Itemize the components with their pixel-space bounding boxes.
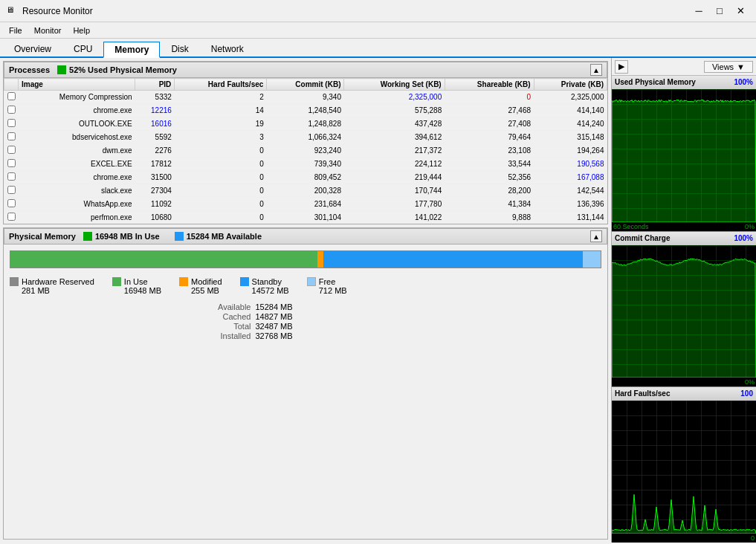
table-row[interactable]: bdservicehost.exe 5592 3 1,066,324 394,6… bbox=[4, 131, 607, 144]
menu-bar: File Monitor Help bbox=[0, 22, 756, 39]
installed-value: 32768 MB bbox=[255, 331, 292, 340]
cached-value: 14827 MB bbox=[255, 312, 292, 321]
maximize-button[interactable]: □ bbox=[710, 4, 729, 19]
row-working-set: 177,780 bbox=[344, 198, 445, 211]
table-row[interactable]: OUTLOOK.EXE 16016 19 1,248,828 437,428 2… bbox=[4, 117, 607, 131]
graph2-pct: 100% bbox=[734, 234, 753, 242]
tab-memory[interactable]: Memory bbox=[103, 42, 160, 58]
tab-overview[interactable]: Overview bbox=[3, 40, 62, 56]
graph-commit-charge: Commit Charge 100% 0% bbox=[612, 232, 756, 388]
graphs-container: Used Physical Memory 100% 60 Seconds 0% … bbox=[612, 76, 756, 543]
graph2-bottom-right: 0% bbox=[745, 378, 755, 386]
col-hard-faults[interactable]: Hard Faults/sec bbox=[175, 79, 267, 91]
table-row[interactable]: Memory Compression 5332 2 9,340 2,325,00… bbox=[4, 91, 607, 104]
app-icon: 🖥 bbox=[6, 5, 18, 17]
row-commit: 200,328 bbox=[267, 184, 344, 198]
graph1-pct: 100% bbox=[734, 78, 753, 86]
standby-color bbox=[240, 277, 249, 286]
menu-monitor[interactable]: Monitor bbox=[28, 25, 68, 36]
row-private: 190,568 bbox=[534, 158, 607, 171]
row-checkbox[interactable] bbox=[7, 186, 16, 194]
tab-cpu[interactable]: CPU bbox=[62, 40, 103, 56]
processes-table-container[interactable]: Image PID Hard Faults/sec Commit (KB) Wo… bbox=[4, 78, 607, 224]
available-label: Available bbox=[218, 302, 251, 311]
green-dot-icon bbox=[57, 65, 66, 74]
processes-header: Processes 52% Used Physical Memory ▲ bbox=[4, 62, 607, 78]
row-commit: 809,452 bbox=[267, 171, 344, 184]
row-commit: 923,240 bbox=[267, 144, 344, 158]
row-commit: 1,248,828 bbox=[267, 117, 344, 131]
row-pid: 27304 bbox=[135, 184, 175, 198]
graph3-canvas bbox=[612, 401, 756, 534]
processes-collapse-btn[interactable]: ▲ bbox=[590, 64, 602, 76]
cached-label: Cached bbox=[218, 312, 251, 321]
expand-graphs-btn[interactable]: ▶ bbox=[615, 60, 628, 74]
row-checkbox[interactable] bbox=[7, 146, 16, 154]
col-image[interactable]: Image bbox=[19, 79, 135, 91]
row-checkbox[interactable] bbox=[7, 92, 16, 100]
row-checkbox[interactable] bbox=[7, 199, 16, 207]
processes-tbody: Memory Compression 5332 2 9,340 2,325,00… bbox=[4, 91, 607, 224]
left-panel: Processes 52% Used Physical Memory ▲ Ima… bbox=[0, 58, 611, 543]
menu-help[interactable]: Help bbox=[67, 25, 96, 36]
table-row[interactable]: slack.exe 27304 0 200,328 170,744 28,200… bbox=[4, 184, 607, 198]
col-commit[interactable]: Commit (KB) bbox=[267, 79, 344, 91]
table-row[interactable]: EXCEL.EXE 17812 0 739,340 224,112 33,544… bbox=[4, 158, 607, 171]
views-button[interactable]: Views ▼ bbox=[704, 61, 753, 73]
bar-standby bbox=[323, 251, 583, 268]
installed-label: Installed bbox=[218, 331, 251, 340]
col-pid[interactable]: PID bbox=[135, 79, 175, 91]
row-checkbox[interactable] bbox=[7, 106, 16, 114]
row-pid: 31500 bbox=[135, 171, 175, 184]
processes-title: Processes bbox=[9, 65, 50, 74]
row-checkbox[interactable] bbox=[7, 213, 16, 221]
physical-collapse-btn[interactable]: ▲ bbox=[590, 230, 602, 242]
row-checkbox[interactable] bbox=[7, 159, 16, 167]
row-shareable: 9,888 bbox=[445, 211, 534, 224]
tab-network[interactable]: Network bbox=[200, 40, 255, 56]
table-row[interactable]: WhatsApp.exe 11092 0 231,684 177,780 41,… bbox=[4, 198, 607, 211]
col-working-set[interactable]: Working Set (KB) bbox=[344, 79, 445, 91]
row-shareable: 41,384 bbox=[445, 198, 534, 211]
row-checkbox[interactable] bbox=[7, 119, 16, 127]
row-shareable: 28,200 bbox=[445, 184, 534, 198]
row-pid: 12216 bbox=[135, 104, 175, 117]
row-checkbox-cell bbox=[4, 104, 19, 117]
minimize-button[interactable]: ─ bbox=[689, 4, 708, 19]
window-title: Resource Monitor bbox=[22, 6, 689, 16]
graph1-title-bar: Used Physical Memory 100% bbox=[612, 76, 756, 89]
graph2-canvas bbox=[612, 245, 756, 378]
green-dot2-icon bbox=[83, 232, 92, 241]
col-shareable[interactable]: Shareable (KB) bbox=[445, 79, 534, 91]
graph3-bottom: 0 bbox=[612, 534, 756, 543]
window-controls: ─ □ ✕ bbox=[689, 4, 750, 19]
memory-indicator: 52% Used Physical Memory bbox=[57, 65, 177, 74]
tab-disk[interactable]: Disk bbox=[160, 40, 199, 56]
row-checkbox[interactable] bbox=[7, 132, 16, 140]
right-panel: ▶ Views ▼ Used Physical Memory 100% 60 S… bbox=[611, 58, 756, 543]
close-button[interactable]: ✕ bbox=[731, 4, 750, 19]
row-checkbox[interactable] bbox=[7, 172, 16, 181]
table-row[interactable]: perfmon.exe 10680 0 301,104 141,022 9,88… bbox=[4, 211, 607, 224]
graph1-bottom-right: 0% bbox=[745, 223, 755, 230]
available-value: 15284 MB bbox=[255, 302, 292, 311]
total-value: 32487 MB bbox=[255, 322, 292, 331]
legend-standby: Standby 14572 MB bbox=[240, 277, 289, 295]
views-label: Views bbox=[712, 62, 734, 71]
table-row[interactable]: chrome.exe 12216 14 1,248,540 575,288 27… bbox=[4, 104, 607, 117]
row-image: EXCEL.EXE bbox=[19, 158, 135, 171]
row-working-set: 575,288 bbox=[344, 104, 445, 117]
col-private[interactable]: Private (KB) bbox=[534, 79, 607, 91]
menu-file[interactable]: File bbox=[3, 25, 28, 36]
graph3-title: Hard Faults/sec bbox=[615, 389, 670, 398]
table-row[interactable]: dwm.exe 2276 0 923,240 217,372 23,108 19… bbox=[4, 144, 607, 158]
row-private: 136,396 bbox=[534, 198, 607, 211]
row-private: 167,088 bbox=[534, 171, 607, 184]
graph2-title: Commit Charge bbox=[615, 234, 670, 242]
title-bar: 🖥 Resource Monitor ─ □ ✕ bbox=[0, 0, 756, 22]
bar-free bbox=[583, 251, 601, 268]
row-private: 414,140 bbox=[534, 104, 607, 117]
row-shareable: 33,544 bbox=[445, 158, 534, 171]
table-row[interactable]: chrome.exe 31500 0 809,452 219,444 52,35… bbox=[4, 171, 607, 184]
row-working-set: 217,372 bbox=[344, 144, 445, 158]
